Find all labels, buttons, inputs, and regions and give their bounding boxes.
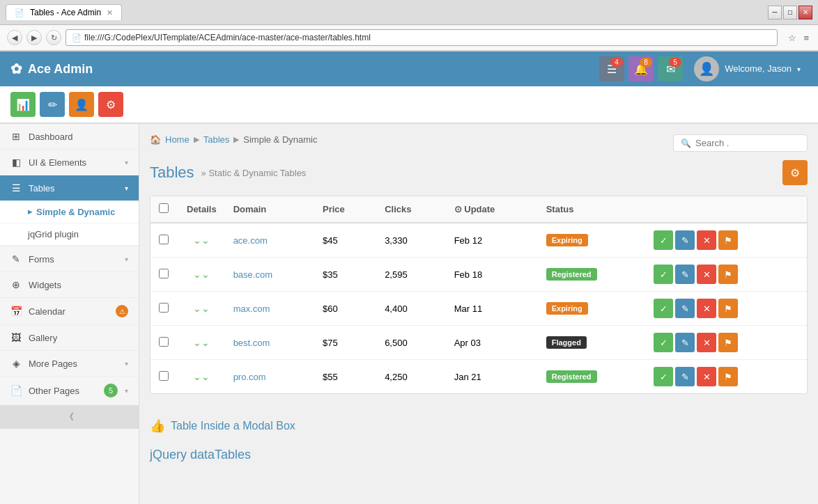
- row-checkbox-4[interactable]: [159, 371, 169, 381]
- quick-action-user-button[interactable]: 👤: [69, 92, 94, 117]
- tab-close-icon[interactable]: ✕: [107, 8, 113, 17]
- url-bar[interactable]: 📄 file:///G:/CodePlex/UITemplate/ACEAdmi…: [65, 29, 778, 46]
- sidebar-item-calendar[interactable]: 📅 Calendar ⚠: [0, 298, 139, 325]
- flag-button-0[interactable]: ⚑: [718, 230, 738, 250]
- sidebar-item-gallery[interactable]: 🖼 Gallery: [0, 325, 139, 351]
- row-checkbox-1[interactable]: [159, 269, 169, 278]
- domain-link-3[interactable]: best.com: [233, 338, 270, 348]
- maximize-button[interactable]: □: [783, 6, 797, 19]
- notifications-button[interactable]: 🔔 8: [628, 56, 654, 81]
- expand-icon[interactable]: ⌄⌄: [193, 303, 210, 314]
- sidebar-item-more-pages[interactable]: ◈ More Pages ▾: [0, 351, 139, 377]
- row-clicks-cell-1: 2,595: [376, 258, 446, 292]
- row-details-cell-2: ⌄⌄: [178, 292, 225, 326]
- modal-section-title[interactable]: Table Inside a Modal Box: [171, 420, 295, 432]
- expand-icon[interactable]: ⌄⌄: [193, 235, 210, 246]
- delete-button-4[interactable]: ✕: [697, 367, 716, 386]
- expand-icon[interactable]: ⌄⌄: [193, 337, 210, 348]
- flag-button-1[interactable]: ⚑: [718, 265, 738, 284]
- approve-button-3[interactable]: ✓: [654, 333, 673, 352]
- page-settings-button[interactable]: ⚙: [782, 160, 808, 185]
- messages-button[interactable]: ✉ 5: [658, 56, 683, 81]
- quick-action-settings-button[interactable]: ⚙: [98, 92, 123, 117]
- sidebar-item-dashboard[interactable]: ⊞ Dashboard: [0, 124, 139, 150]
- row-status-cell-4: Registered: [538, 360, 646, 394]
- quick-action-edit-button[interactable]: ✏: [40, 92, 65, 117]
- flag-button-3[interactable]: ⚑: [718, 333, 738, 352]
- main-content: 🏠 Home ▶ Tables ▶ Simple & Dynamic 🔍: [139, 124, 818, 504]
- row-update-cell-3: Apr 03: [446, 326, 538, 360]
- select-all-checkbox[interactable]: [159, 203, 169, 213]
- sidebar-item-label: Other Pages: [29, 386, 97, 396]
- sidebar-item-other-pages[interactable]: 📄 Other Pages 5 ▾: [0, 377, 139, 405]
- settings-icon: ⚙: [790, 166, 800, 180]
- flag-button-4[interactable]: ⚑: [718, 367, 738, 386]
- delete-button-2[interactable]: ✕: [697, 299, 716, 318]
- row-actions-cell-3: ✓ ✎ ✕ ⚑: [645, 326, 807, 360]
- row-clicks-cell-2: 4,400: [376, 292, 446, 326]
- approve-button-0[interactable]: ✓: [654, 230, 673, 250]
- edit-button-0[interactable]: ✎: [675, 230, 695, 250]
- forward-button[interactable]: ▶: [26, 30, 42, 45]
- sidebar-item-ui-elements[interactable]: ◧ UI & Elements ▾: [0, 150, 139, 175]
- bookmark-icon[interactable]: ☆: [786, 33, 798, 43]
- edit-button-2[interactable]: ✎: [675, 299, 695, 318]
- row-price-cell-2: $60: [314, 292, 376, 326]
- edit-button-4[interactable]: ✎: [675, 367, 695, 386]
- sidebar-item-forms[interactable]: ✎ Forms ▾: [0, 246, 139, 272]
- user-menu[interactable]: 👤 Welcome, Jason ▾: [687, 52, 808, 86]
- minimize-button[interactable]: ─: [768, 6, 782, 19]
- col-header-status: Status: [538, 196, 646, 223]
- widgets-icon: ⊕: [10, 279, 22, 290]
- breadcrumb-tables[interactable]: Tables: [203, 134, 230, 145]
- domain-link-2[interactable]: max.com: [233, 304, 270, 314]
- col-header-price: Price: [314, 196, 376, 223]
- tab-icon: 📄: [15, 8, 24, 17]
- approve-button-2[interactable]: ✓: [654, 299, 673, 318]
- row-details-cell-0: ⌄⌄: [178, 223, 225, 258]
- sidebar-item-label: UI & Elements: [29, 157, 118, 168]
- delete-button-3[interactable]: ✕: [697, 333, 716, 352]
- back-button[interactable]: ◀: [7, 30, 22, 45]
- sidebar-item-jqgrid[interactable]: jqGrid plugin: [0, 223, 139, 246]
- row-checkbox-3[interactable]: [159, 337, 169, 347]
- reload-button[interactable]: ↻: [46, 30, 61, 45]
- expand-icon[interactable]: ⌄⌄: [193, 371, 210, 382]
- nav-menu-button[interactable]: ☰ 4: [599, 56, 624, 81]
- close-button[interactable]: ✕: [798, 6, 812, 19]
- breadcrumb-home[interactable]: Home: [165, 134, 190, 145]
- delete-button-1[interactable]: ✕: [697, 265, 716, 284]
- sidebar-item-tables[interactable]: ☰ Tables ▾: [0, 175, 139, 201]
- row-status-cell-1: Registered: [538, 258, 646, 292]
- browser-tab[interactable]: 📄 Tables - Ace Admin ✕: [6, 4, 122, 20]
- sidebar-item-simple-dynamic[interactable]: Simple & Dynamic: [0, 201, 139, 223]
- edit-button-3[interactable]: ✎: [675, 333, 695, 352]
- row-checkbox-2[interactable]: [159, 303, 169, 313]
- quick-action-chart-button[interactable]: 📊: [10, 92, 36, 117]
- datatables-title: jQuery dataTables: [150, 448, 251, 462]
- tab-title: Tables - Ace Admin: [30, 8, 101, 17]
- row-status-cell-0: Expiring: [538, 223, 646, 258]
- delete-button-0[interactable]: ✕: [697, 230, 716, 250]
- sidebar-item-label: Dashboard: [29, 132, 128, 142]
- browser-menu-icon[interactable]: ≡: [801, 33, 811, 43]
- row-domain-cell-3: best.com: [225, 326, 314, 360]
- domain-link-1[interactable]: base.com: [233, 269, 272, 280]
- domain-link-4[interactable]: pro.com: [233, 372, 266, 382]
- breadcrumb-sep2: ▶: [233, 135, 239, 144]
- other-pages-icon: 📄: [10, 385, 22, 396]
- approve-button-4[interactable]: ✓: [654, 367, 673, 386]
- expand-icon[interactable]: ⌄⌄: [193, 269, 210, 280]
- search-input[interactable]: [695, 138, 800, 148]
- row-checkbox-0[interactable]: [159, 235, 169, 244]
- approve-button-1[interactable]: ✓: [654, 265, 673, 284]
- row-clicks-cell-4: 4,250: [376, 360, 446, 394]
- edit-button-1[interactable]: ✎: [675, 265, 695, 284]
- flag-button-2[interactable]: ⚑: [718, 299, 738, 318]
- modal-section-header: 👍 Table Inside a Modal Box: [150, 408, 808, 441]
- sidebar-item-widgets[interactable]: ⊕ Widgets: [0, 272, 139, 298]
- table-row: ⌄⌄ pro.com $55 4,250 Jan 21 Registered ✓…: [151, 360, 807, 394]
- chevron-down-icon: ▾: [125, 255, 128, 263]
- domain-link-0[interactable]: ace.com: [233, 235, 268, 246]
- sidebar-collapse-icon[interactable]: 《: [65, 411, 74, 423]
